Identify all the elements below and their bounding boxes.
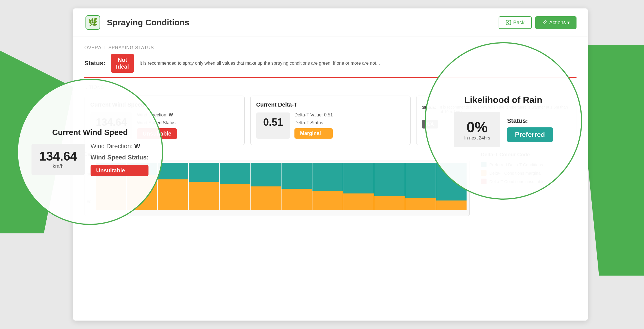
bar-marginal — [220, 184, 250, 210]
chart-bar-col — [158, 163, 188, 210]
bar-preferred — [405, 163, 436, 198]
bar-preferred — [312, 163, 343, 191]
rain-status-col: Status: Preferred — [507, 117, 553, 142]
chart-bar-col — [282, 163, 312, 210]
header-buttons: Back Actions ▾ — [499, 16, 577, 29]
app-logo: 🌿 — [84, 14, 101, 31]
actions-button[interactable]: Actions ▾ — [535, 16, 577, 29]
preferred-badge: Preferred — [507, 127, 553, 142]
bar-preferred — [282, 163, 312, 189]
bar-marginal — [405, 198, 436, 210]
bar-marginal — [374, 196, 405, 210]
rain-sub-label: In next 24hrs — [464, 136, 490, 141]
chart-bar-col — [189, 163, 219, 210]
green-decoration-right-bottom — [588, 163, 644, 276]
wind-circle-unit: km/h — [39, 163, 77, 169]
svg-text:🌿: 🌿 — [88, 17, 98, 27]
circle-rain-title: Likelihood of Rain — [464, 95, 542, 105]
marginal-badge: Marginal — [294, 128, 333, 139]
chart-bar-col — [343, 163, 374, 210]
chart-bar-col — [312, 163, 343, 210]
chart-bar-col — [405, 163, 436, 210]
delta-t-value-box: 0.51 — [256, 112, 290, 139]
rain-value-box: 0% In next 24hrs — [454, 112, 500, 147]
delta-t-card: Current Delta-T 0.51 Delta-T Value: 0.51… — [250, 96, 411, 145]
wind-speed-circle: Current Wind Speed 134.64 km/h Wind Dire… — [17, 79, 163, 225]
wind-circle-status-label: Wind Speed Status: — [91, 154, 148, 161]
header: 🌿 Spraying Conditions Back Actions ▾ — [73, 8, 588, 37]
wind-circle-unsuitable-badge: Unsuitable — [91, 165, 148, 176]
bar-marginal — [189, 182, 219, 210]
wind-circle-details: Wind Direction: W Wind Speed Status: Uns… — [91, 143, 148, 176]
rain-value: 0% — [464, 119, 490, 136]
wind-circle-value-box: 134.64 km/h — [31, 144, 85, 175]
circle-rain-inner: 0% In next 24hrs Status: Preferred — [454, 112, 553, 147]
svg-rect-2 — [506, 20, 511, 25]
delta-t-title: Current Delta-T — [256, 102, 405, 108]
bar-marginal — [251, 186, 281, 210]
delta-t-inner: 0.51 Delta-T Value: 0.51 Delta-T Status:… — [256, 112, 405, 139]
circle-wind-title: Current Wind Speed — [52, 128, 128, 137]
back-icon — [506, 20, 511, 25]
delta-t-value-label: Delta-T Value: 0.51 — [294, 112, 333, 118]
delta-t-status-label: Delta-T Status: — [294, 120, 333, 125]
wind-circle-direction: Wind Direction: W — [91, 143, 148, 150]
bar-marginal — [436, 200, 467, 210]
chart-bar-col — [220, 163, 250, 210]
bar-marginal — [282, 189, 312, 210]
wind-circle-value: 134.64 — [39, 149, 77, 163]
bar-preferred — [251, 163, 281, 186]
chart-bar-col — [374, 163, 405, 210]
delta-t-details: Delta-T Value: 0.51 Delta-T Status: Marg… — [294, 112, 333, 139]
bar-marginal — [312, 191, 343, 210]
bar-preferred — [189, 163, 219, 182]
not-ideal-badge: Not Ideal — [111, 54, 134, 73]
page-title: Spraying Conditions — [107, 18, 499, 27]
bar-marginal — [343, 193, 374, 210]
delta-t-value: 0.51 — [262, 116, 284, 128]
circle-wind-inner: 134.64 km/h Wind Direction: W Wind Speed… — [31, 143, 149, 176]
edit-icon — [542, 20, 547, 25]
rain-circle: Likelihood of Rain 0% In next 24hrs Stat… — [425, 42, 582, 200]
bar-preferred — [220, 163, 250, 184]
status-text-label: Status: — [84, 60, 105, 67]
bar-preferred — [343, 163, 374, 193]
chart-bar-col — [251, 163, 281, 210]
rain-status-label: Status: — [507, 117, 553, 125]
back-button[interactable]: Back — [499, 16, 532, 29]
bar-preferred — [158, 163, 188, 179]
bar-marginal — [158, 179, 188, 210]
bar-preferred — [374, 163, 405, 196]
